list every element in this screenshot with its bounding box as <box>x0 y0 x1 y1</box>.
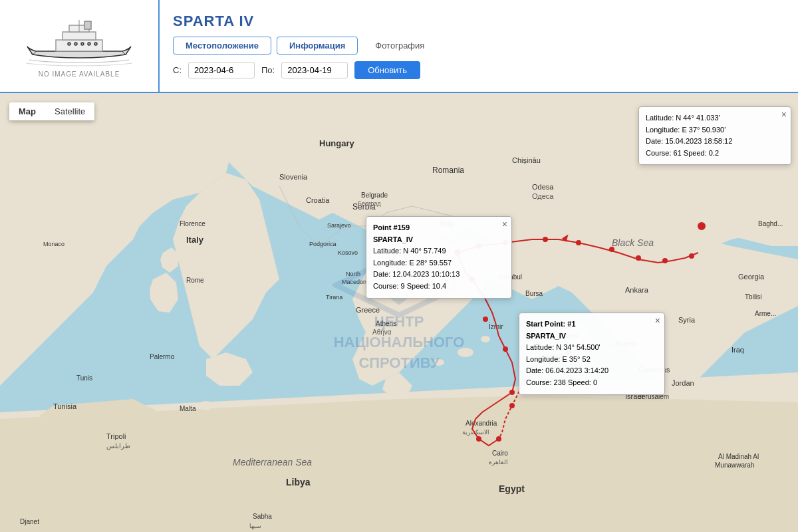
map-type-satellite-button[interactable]: Satellite <box>45 102 94 120</box>
svg-text:Tunis: Tunis <box>76 374 92 382</box>
svg-text:Ankara: Ankara <box>625 286 649 294</box>
svg-text:Podgorica: Podgorica <box>309 241 336 247</box>
svg-text:Chișinău: Chișinău <box>512 156 541 164</box>
popup-start: × Start Point: #1 SPARTA_IV Latitude: N … <box>519 313 665 395</box>
popup-mid-vessel: SPARTA_IV <box>373 234 505 246</box>
update-button[interactable]: Обновить <box>354 61 420 79</box>
svg-text:Athens: Athens <box>376 320 396 327</box>
header-right: SPARTA IV Местоположение Информация Фото… <box>160 6 798 86</box>
svg-text:Bursa: Bursa <box>525 290 543 297</box>
svg-text:القاهرة: القاهرة <box>489 459 508 466</box>
svg-point-7 <box>81 43 84 45</box>
popup-start-date: Date: 06.04.2023 3:14:20 <box>526 365 658 377</box>
svg-text:Romania: Romania <box>432 166 464 175</box>
svg-text:Syria: Syria <box>678 316 696 324</box>
svg-text:طرابلس: طرابلس <box>106 442 130 450</box>
map-container: Hungary Slovenia Croatia Serbia Romania … <box>0 93 798 532</box>
svg-text:Cairo: Cairo <box>492 450 508 457</box>
svg-point-8 <box>88 43 90 45</box>
svg-point-26 <box>434 359 444 366</box>
map-type-map-button[interactable]: Map <box>9 102 45 120</box>
popup-start-vessel: SPARTA_IV <box>526 331 658 342</box>
svg-point-27 <box>481 336 490 342</box>
popup-start-course: Course: 238 Speed: 0 <box>526 377 658 389</box>
svg-text:Αθήνα: Αθήνα <box>372 329 392 336</box>
svg-text:Београд: Београд <box>358 200 381 207</box>
svg-text:North: North <box>346 271 360 277</box>
svg-text:İzmir: İzmir <box>489 323 503 331</box>
svg-text:Tbilisi: Tbilisi <box>745 293 762 301</box>
svg-point-9 <box>94 43 97 45</box>
ship-image <box>26 15 132 68</box>
no-image-label: NO IMAGE AVAILABLE <box>39 70 120 78</box>
map-type-control: Map Satellite <box>9 102 94 120</box>
popup-top-right-close[interactable]: × <box>781 110 787 119</box>
svg-text:Arme...: Arme... <box>755 310 776 317</box>
svg-text:Hungary: Hungary <box>319 138 355 148</box>
svg-text:Malta: Malta <box>180 405 196 412</box>
popup-mid-date: Date: 12.04.2023 10:10:13 <box>373 269 505 281</box>
svg-rect-1 <box>63 32 96 40</box>
svg-text:Sarajevo: Sarajevo <box>327 222 351 229</box>
svg-text:Monaco: Monaco <box>43 241 65 247</box>
svg-text:Egypt: Egypt <box>499 483 525 494</box>
svg-point-5 <box>68 43 70 45</box>
svg-point-25 <box>458 348 473 357</box>
date-row: С: По: Обновить <box>173 61 785 79</box>
svg-text:Tunisia: Tunisia <box>53 402 77 410</box>
svg-text:Black Sea: Black Sea <box>612 237 654 248</box>
popup-tr-latitude: Latitude: N 44° 41.033' <box>646 112 784 124</box>
tab-photo[interactable]: Фотография <box>363 37 436 55</box>
date-from-input[interactable] <box>188 62 255 78</box>
svg-text:Sabha: Sabha <box>253 513 272 520</box>
popup-start-lat: Latitude: N 34° 54.500' <box>526 342 658 354</box>
svg-text:سبها: سبها <box>249 523 261 530</box>
date-from-label: С: <box>173 65 182 75</box>
svg-rect-3 <box>84 21 91 29</box>
svg-text:الاسكندرية: الاسكندرية <box>462 429 489 436</box>
svg-text:Kosovo: Kosovo <box>338 249 358 256</box>
date-to-label: По: <box>261 65 275 75</box>
popup-mid-lon: Longitude: E 28° 59.557 <box>373 257 505 269</box>
ship-image-box: NO IMAGE AVAILABLE <box>0 0 160 92</box>
svg-text:Libya: Libya <box>286 477 311 487</box>
tabs-row: Местоположение Информация Фотография <box>173 37 785 55</box>
svg-point-6 <box>74 43 77 45</box>
popup-middle-close[interactable]: × <box>502 219 507 229</box>
date-to-input[interactable] <box>281 62 348 78</box>
svg-text:Одеса: Одеса <box>532 192 554 200</box>
svg-text:Alexandria: Alexandria <box>466 420 497 427</box>
popup-tr-date: Date: 15.04.2023 18:58:12 <box>646 136 784 148</box>
svg-text:Odesa: Odesa <box>532 183 554 191</box>
header: NO IMAGE AVAILABLE SPARTA IV Местоположе… <box>0 0 798 93</box>
svg-text:Croatia: Croatia <box>306 196 330 204</box>
popup-start-lon: Longitude: E 35° 52 <box>526 354 658 366</box>
svg-text:Iraq: Iraq <box>732 346 744 354</box>
popup-start-close[interactable]: × <box>655 316 660 325</box>
svg-text:Slovenia: Slovenia <box>279 173 308 181</box>
svg-text:Jordan: Jordan <box>672 379 694 387</box>
svg-text:Palermo: Palermo <box>150 353 175 360</box>
svg-text:Belgrade: Belgrade <box>361 192 388 199</box>
svg-text:Mediterranean Sea: Mediterranean Sea <box>233 457 312 467</box>
vessel-title: SPARTA IV <box>173 13 785 30</box>
svg-text:Greece: Greece <box>356 306 380 314</box>
svg-text:Tripoli: Tripoli <box>106 432 126 440</box>
svg-text:Italy: Italy <box>186 235 204 245</box>
svg-text:Tirana: Tirana <box>326 294 342 301</box>
popup-mid-lat: Latitude: N 40° 57.749 <box>373 245 505 257</box>
tab-location[interactable]: Местоположение <box>173 37 271 55</box>
tab-info[interactable]: Информация <box>277 37 358 55</box>
svg-text:Al Madinah Al: Al Madinah Al <box>718 453 759 460</box>
popup-start-point: Start Point: #1 <box>526 319 658 331</box>
popup-mid-course: Course: 9 Speed: 10.4 <box>373 281 505 293</box>
popup-tr-longitude: Longitude: E 37° 50.930' <box>646 124 784 136</box>
popup-mid-point: Point #159 <box>373 222 505 234</box>
svg-text:Djanet: Djanet <box>20 518 39 525</box>
svg-text:Georgia: Georgia <box>738 273 765 281</box>
popup-middle: × Point #159 SPARTA_IV Latitude: N 40° 5… <box>366 216 512 299</box>
svg-point-30 <box>200 401 213 410</box>
svg-text:Baghd...: Baghd... <box>758 220 783 227</box>
popup-top-right: × Latitude: N 44° 41.033' Longitude: E 3… <box>638 106 791 165</box>
svg-text:Florence: Florence <box>180 220 205 227</box>
